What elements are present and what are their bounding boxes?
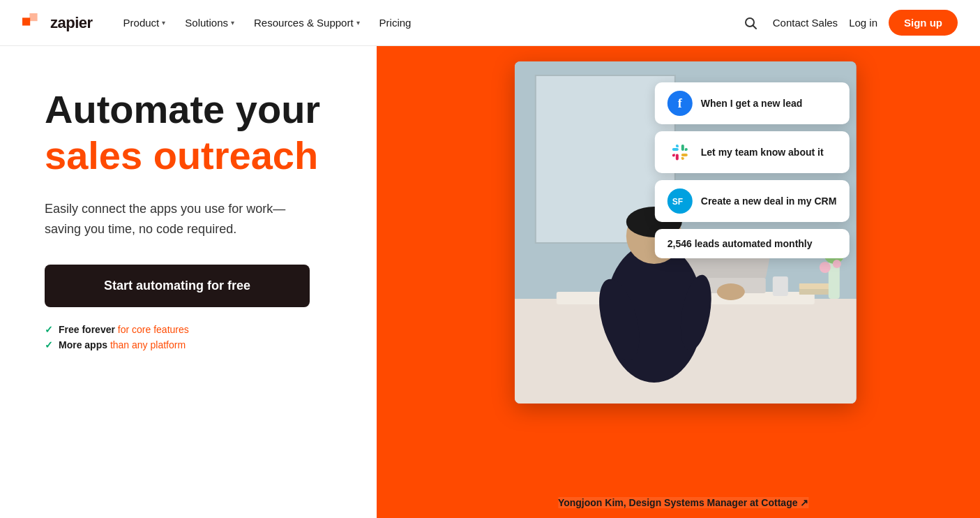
salesforce-icon: SF: [668, 188, 693, 214]
perk2-bold: More apps: [59, 339, 107, 350]
subheadline: Easily connect the apps you use for work…: [45, 199, 310, 239]
left-panel: Automate your sales outreach Easily conn…: [0, 46, 377, 518]
svg-line-3: [753, 25, 756, 29]
svg-rect-17: [772, 276, 787, 296]
check-icon-1: ✓: [45, 324, 53, 335]
stats-card: 2,546 leads automated monthly: [655, 229, 850, 258]
signup-button[interactable]: Sign up: [889, 10, 958, 36]
nav-pricing[interactable]: Pricing: [371, 11, 420, 34]
slack-icon: [668, 140, 693, 165]
perks-list: ✓ Free forever for core features ✓ More …: [45, 324, 342, 350]
zapier-logo-icon: [22, 13, 45, 33]
svg-rect-0: [22, 17, 30, 25]
product-chevron-icon: ▾: [162, 19, 165, 27]
cta-button[interactable]: Start automating for free: [45, 265, 310, 307]
svg-rect-25: [668, 140, 692, 164]
main-content: Automate your sales outreach Easily conn…: [0, 46, 980, 518]
nav-right: Contact Sales Log in Sign up: [739, 10, 958, 36]
perk-apps: ✓ More apps than any platform: [45, 339, 342, 350]
facebook-icon: f: [668, 91, 693, 116]
nav-solutions[interactable]: Solutions ▾: [176, 11, 243, 34]
login-button[interactable]: Log in: [849, 17, 877, 29]
perk-free: ✓ Free forever for core features: [45, 324, 342, 335]
nav-product[interactable]: Product ▾: [115, 11, 174, 34]
automation-card-1: f When I get a new lead: [655, 82, 850, 124]
caption: Yongjoon Kim, Design Systems Manager at …: [558, 497, 809, 508]
automation-card-3: SF Create a new deal in my CRM: [655, 180, 850, 222]
search-button[interactable]: [739, 12, 762, 34]
card2-text: Let my team know about it: [701, 147, 824, 158]
automation-cards-container: f When I get a new lead: [655, 82, 850, 258]
card3-text: Create a new deal in my CRM: [701, 195, 837, 207]
hero-image: f When I get a new lead: [514, 61, 856, 404]
contact-sales-link[interactable]: Contact Sales: [773, 17, 838, 29]
automation-card-2: Let my team know about it: [655, 131, 850, 173]
card1-text: When I get a new lead: [701, 98, 802, 109]
svg-point-16: [716, 283, 744, 300]
perk2-link[interactable]: than any platform: [107, 339, 186, 350]
perk1-link[interactable]: for core features: [115, 324, 189, 335]
nav-resources[interactable]: Resources & Support ▾: [246, 11, 368, 34]
check-icon-2: ✓: [45, 339, 53, 350]
navbar: zapier Product ▾ Solutions ▾ Resources &…: [0, 0, 980, 46]
solutions-chevron-icon: ▾: [231, 19, 234, 27]
caption-arrow-icon: ↗: [800, 497, 808, 508]
logo-text: zapier: [50, 14, 93, 32]
svg-point-24: [832, 260, 840, 268]
stats-text: 2,546 leads automated monthly: [668, 238, 813, 249]
right-panel: f When I get a new lead: [377, 46, 980, 518]
nav-links: Product ▾ Solutions ▾ Resources & Suppor…: [115, 11, 739, 34]
logo-link[interactable]: zapier: [22, 13, 93, 33]
resources-chevron-icon: ▾: [356, 19, 360, 27]
perk1-bold: Free forever: [59, 324, 115, 335]
svg-point-23: [819, 262, 830, 273]
svg-text:SF: SF: [672, 197, 683, 207]
headline-line2: sales outreach: [45, 134, 342, 177]
search-icon: [744, 16, 757, 30]
svg-rect-1: [29, 13, 37, 21]
caption-text: Yongjoon Kim, Design Systems Manager at …: [558, 497, 798, 508]
headline-line1: Automate your: [45, 88, 342, 131]
